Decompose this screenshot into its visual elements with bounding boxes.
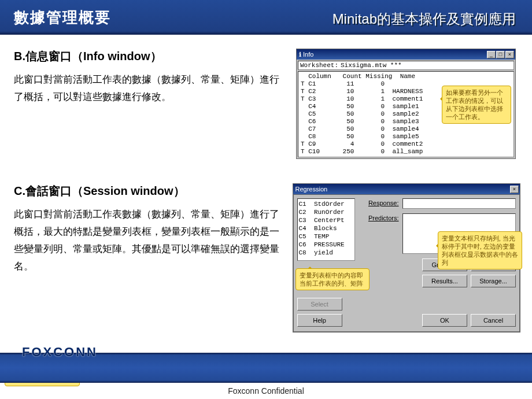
cancel-button[interactable]: Cancel bbox=[471, 314, 516, 327]
help-button[interactable]: Help bbox=[297, 314, 342, 327]
slide-footer: FOXCONN Foxconn Confidential bbox=[0, 353, 532, 399]
callout-varlist: 变量列表框中的内容即当前工作表的列、矩阵 bbox=[295, 268, 370, 290]
callout-textbox: 变量文本框只存纳列, 当光标停于其中时, 左边的变量列表框仅显示数据表中的各列 bbox=[438, 231, 522, 269]
close-icon[interactable]: × bbox=[510, 186, 519, 193]
row-session-window: C.會話窗口（Session window） 此窗口對當前活動工作表數據（數據列… bbox=[14, 183, 520, 332]
response-input[interactable] bbox=[402, 198, 516, 209]
slide-content: B.信息窗口（Info window） 此窗口對當前活動工作表的數據（數據列、常… bbox=[0, 35, 532, 353]
storage-button[interactable]: Storage... bbox=[471, 275, 516, 287]
info-window: ℹ Info _ □ × Worksheet: Sixsigma.mtw ***… bbox=[296, 49, 516, 159]
regression-titlebar: Regression × bbox=[293, 184, 520, 194]
section-c-heading: C.會話窗口（Session window） bbox=[14, 183, 282, 199]
maximize-icon[interactable]: □ bbox=[496, 51, 505, 58]
section-b-body: 此窗口對當前活動工作表的數據（數據列、常量、矩陣）進行了概括，可以對這些數據進行… bbox=[14, 71, 286, 106]
worksheet-label: Worksheet: bbox=[300, 62, 338, 69]
slide-title-left: 數據管理概要 bbox=[14, 8, 111, 28]
minimize-icon[interactable]: _ bbox=[487, 51, 496, 58]
response-label: Response: bbox=[360, 198, 399, 206]
section-b-heading: B.信息窗口（Info window） bbox=[14, 49, 286, 64]
slide-title-right: Minitab的基本操作及實例應用 bbox=[332, 6, 516, 28]
regression-dialog: Regression × C1 StdOrder C2 RunOrder C3 … bbox=[293, 183, 521, 332]
slide-header: 數據管理概要 Minitab的基本操作及實例應用 bbox=[0, 0, 532, 35]
info-table: Column Count Missing Name T C1 11 0 T C2… bbox=[298, 71, 514, 157]
confidential-label: Foxconn Confidential bbox=[0, 383, 532, 399]
info-window-title: ℹ Info bbox=[299, 51, 313, 58]
worksheet-value[interactable]: Sixsigma.mtw *** bbox=[341, 62, 402, 69]
regression-title: Regression bbox=[295, 186, 328, 193]
ok-button[interactable]: OK bbox=[422, 314, 467, 327]
callout-worksheet-tip: 如果要察看另外一个工作表的情况，可以从下边列表框中选择一个工作表。 bbox=[442, 86, 511, 124]
row-info-window: B.信息窗口（Info window） 此窗口對當前活動工作表的數據（數據列、常… bbox=[14, 49, 520, 159]
section-c-body: 此窗口對當前活動工作表數據（數據列、常量、矩陣）進行了概括，最大的特點是變量列表… bbox=[14, 206, 282, 275]
info-titlebar: ℹ Info _ □ × bbox=[297, 49, 515, 60]
results-button[interactable]: Results... bbox=[422, 275, 467, 287]
close-icon[interactable]: × bbox=[505, 51, 514, 58]
predictors-label: Predictors: bbox=[360, 213, 399, 221]
info-table-header: Column Count Missing Name bbox=[301, 73, 511, 80]
foxconn-logo: FOXCONN bbox=[22, 345, 98, 360]
variable-listbox[interactable]: C1 StdOrder C2 RunOrder C3 CenterPt C4 B… bbox=[297, 198, 355, 261]
select-button: Select bbox=[297, 298, 342, 311]
